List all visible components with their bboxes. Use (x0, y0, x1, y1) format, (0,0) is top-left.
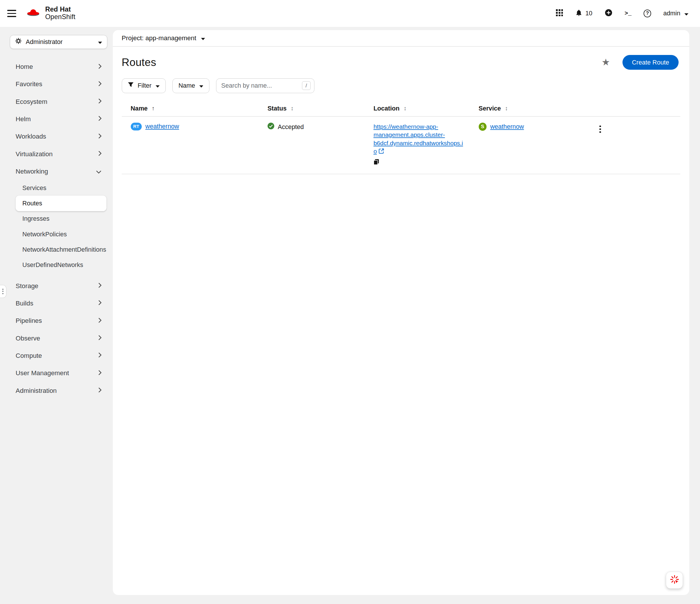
nav-label: Pipelines (16, 317, 42, 325)
search-attribute-dropdown[interactable]: Name (172, 78, 209, 93)
chevron-right-icon (98, 370, 102, 377)
sidebar-item-favorites[interactable]: Favorites (7, 76, 107, 93)
nav-label: Observe (16, 335, 40, 342)
main-content: Project: app-management Routes ★ Create … (113, 30, 689, 595)
chevron-right-icon (98, 98, 102, 106)
user-menu[interactable]: admin (663, 9, 689, 17)
column-header-status[interactable]: Status ↕ (258, 101, 365, 116)
route-location-link[interactable]: https://weathernow-app-management.apps.c… (373, 123, 463, 154)
column-header-name[interactable]: Name ↑ (122, 101, 258, 116)
sidebar-item-observe[interactable]: Observe (7, 329, 107, 347)
favorite-star-icon[interactable]: ★ (602, 57, 610, 67)
caret-down-icon (201, 34, 205, 42)
nav-label: Ecosystem (16, 98, 47, 106)
sidebar-item-pipelines[interactable]: Pipelines (7, 312, 107, 329)
caret-down-icon (684, 9, 689, 17)
brand-text: Red Hat OpenShift (45, 6, 75, 21)
chevron-right-icon (98, 133, 102, 140)
plus-circle-icon (604, 9, 612, 18)
filter-label: Filter (138, 82, 152, 90)
sidebar-item-services[interactable]: Services (16, 180, 106, 196)
username: admin (663, 9, 680, 17)
location-cell: https://weathernow-app-management.apps.c… (365, 116, 470, 174)
sidebar: Administrator Home Favorites Ecosystem H… (0, 27, 112, 604)
service-name-link[interactable]: weathernow (490, 123, 524, 130)
brand-line1: Red Hat (45, 6, 75, 13)
sidebar-item-ecosystem[interactable]: Ecosystem (7, 93, 107, 110)
column-header-service[interactable]: Service ↕ (470, 101, 582, 116)
redhat-openshift-logo: Red Hat OpenShift (25, 6, 75, 21)
notification-count: 10 (585, 9, 592, 17)
quick-create-button[interactable] (604, 9, 612, 18)
caret-down-icon (156, 82, 160, 90)
sort-ascending-icon: ↑ (152, 105, 154, 112)
sidebar-item-routes[interactable]: Routes (16, 196, 106, 211)
terminal-icon: >_ (625, 10, 631, 17)
nav-label: Helm (16, 116, 31, 123)
chevron-down-icon (96, 168, 102, 175)
nav-label: User Management (16, 370, 69, 377)
project-selector-label: Project: app-management (122, 34, 196, 42)
sidebar-item-storage[interactable]: Storage (7, 277, 107, 295)
status-cell: Accepted (258, 116, 365, 174)
chevron-right-icon (98, 282, 102, 290)
chevron-right-icon (98, 387, 102, 395)
sidebar-item-helm[interactable]: Helm (7, 110, 107, 128)
sidebar-item-administration[interactable]: Administration (7, 382, 107, 399)
table-header-row: Name ↑ Status ↕ Location ↕ (122, 101, 680, 116)
sidebar-item-ingresses[interactable]: Ingresses (16, 211, 106, 226)
search-box: / (216, 78, 315, 93)
sort-icon: ↕ (505, 105, 508, 112)
name-cell: RT weathernow (122, 116, 258, 174)
sidebar-item-user-management[interactable]: User Management (7, 364, 107, 382)
nav-label: Routes (22, 200, 42, 207)
column-label: Service (479, 105, 501, 112)
table-row: RT weathernow Accepted (122, 116, 680, 174)
sidebar-item-networkattachmentdefinitions[interactable]: NetworkAttachmentDefinitions (16, 242, 106, 257)
nav-label: NetworkAttachmentDefinitions (22, 246, 106, 253)
app-launcher-button[interactable] (556, 9, 563, 18)
search-attribute-label: Name (178, 82, 195, 90)
caret-down-icon (199, 82, 203, 90)
lightspeed-assistant-button[interactable] (666, 572, 683, 589)
sidebar-item-workloads[interactable]: Workloads (7, 128, 107, 145)
routes-table: Name ↑ Status ↕ Location ↕ (122, 101, 680, 174)
sidebar-item-networkpolicies[interactable]: NetworkPolicies (16, 226, 106, 242)
sidebar-item-virtualization[interactable]: Virtualization (7, 145, 107, 162)
kebab-menu-button[interactable] (597, 124, 604, 134)
project-selector[interactable]: Project: app-management (122, 34, 205, 42)
sidebar-item-networking[interactable]: Networking (7, 163, 107, 180)
sidebar-item-home[interactable]: Home (7, 58, 107, 76)
bell-icon (575, 9, 582, 18)
chevron-right-icon (98, 63, 102, 71)
nav-label: Favorites (16, 80, 42, 88)
column-header-location[interactable]: Location ↕ (365, 101, 470, 116)
nav-toggle-button[interactable] (7, 10, 16, 17)
sidebar-item-compute[interactable]: Compute (7, 347, 107, 364)
perspective-switcher[interactable]: Administrator (10, 35, 107, 49)
actions-cell (581, 116, 680, 174)
status-label: Accepted (278, 123, 304, 131)
copy-url-button[interactable] (373, 159, 379, 167)
perspective-label: Administrator (26, 38, 62, 46)
copy-icon (373, 160, 379, 166)
nav-label: Compute (16, 352, 42, 359)
openshift-console: Red Hat OpenShift (0, 0, 700, 604)
help-button[interactable]: ? (644, 9, 651, 17)
sidebar-resize-handle[interactable] (0, 285, 6, 298)
create-route-button[interactable]: Create Route (623, 55, 679, 70)
nav-label: Ingresses (22, 215, 49, 223)
notifications-button[interactable]: 10 (575, 9, 592, 18)
external-link-icon (379, 148, 384, 156)
route-name-link[interactable]: weathernow (146, 123, 179, 130)
sidebar-item-userdefinednetworks[interactable]: UserDefinedNetworks (16, 257, 106, 273)
nav-label: Services (22, 184, 46, 192)
web-terminal-button[interactable]: >_ (625, 10, 631, 17)
redhat-fedora-icon (25, 7, 41, 20)
column-label: Name (131, 105, 148, 112)
search-input[interactable] (221, 82, 302, 90)
chevron-right-icon (98, 352, 102, 359)
filter-dropdown[interactable]: Filter (122, 78, 166, 93)
sidebar-item-builds[interactable]: Builds (7, 295, 107, 312)
brand-line2: OpenShift (45, 13, 75, 21)
